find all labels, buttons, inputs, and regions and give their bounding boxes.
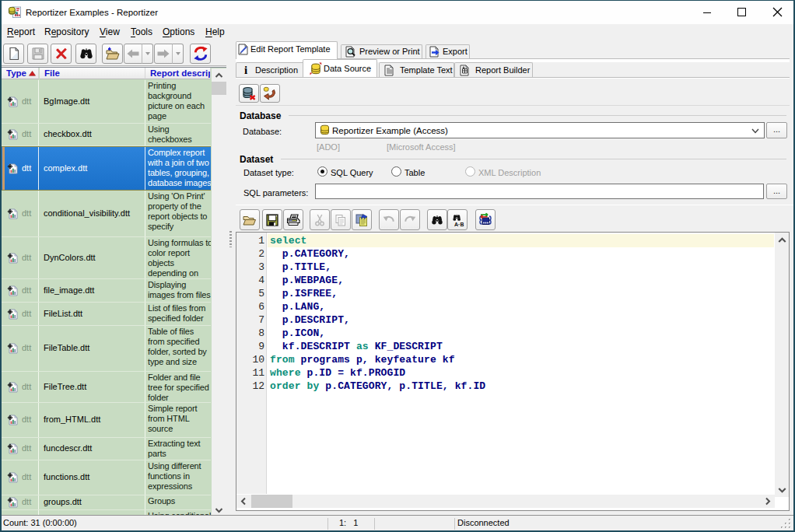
svg-text:A·B: A·B	[454, 221, 464, 226]
